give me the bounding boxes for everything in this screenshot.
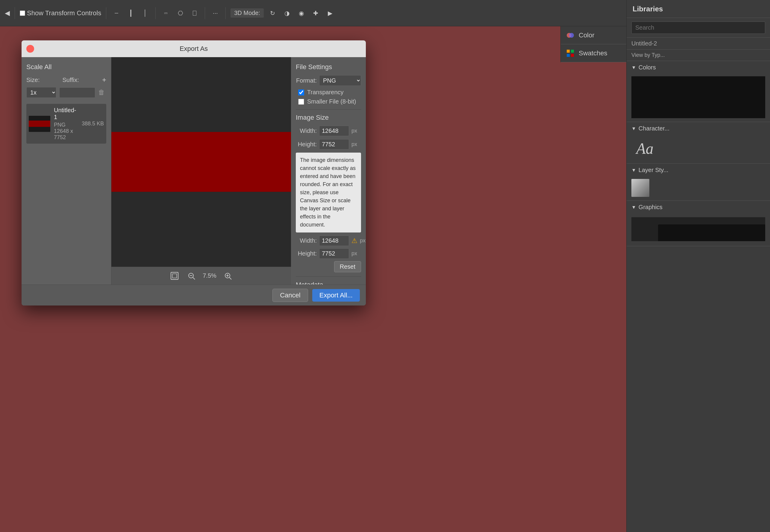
width-label: Width: — [296, 127, 317, 134]
width-input[interactable] — [319, 126, 349, 136]
smaller-file-checkbox[interactable] — [298, 99, 304, 105]
export-dialog: Export As Scale All Size: Suffix: + 1x 0… — [22, 40, 366, 305]
distribute-top-icon[interactable]: ⎓ — [160, 8, 171, 19]
swatches-panel-row[interactable]: Swatches — [561, 44, 626, 62]
swatches-panel-label: Swatches — [579, 49, 607, 57]
scale-all-label: Scale All — [26, 63, 106, 71]
graphics-section: ▼ Graphics — [627, 201, 770, 246]
character-section-header[interactable]: ▼ Character... — [627, 122, 770, 135]
right-panel: Libraries Untitled-2 View by Typ... ▼ Co… — [626, 0, 770, 532]
right-panel-search-area — [627, 18, 770, 38]
3d-mode-label: 3D Mode: — [230, 8, 264, 18]
dialog-title: Export As — [180, 45, 208, 53]
colors-label: Colors — [639, 64, 656, 71]
height-warn-row: Height: px — [296, 248, 361, 259]
suffix-label: Suffix: — [62, 77, 79, 83]
format-select[interactable]: PNG JPG GIF SVG WebP — [319, 75, 361, 86]
file-name: Untitled-1 — [54, 107, 78, 121]
transparency-label: Transparency — [307, 89, 344, 96]
character-section: ▼ Character... Aa — [627, 122, 770, 164]
cancel-button[interactable]: Cancel — [272, 289, 308, 302]
svg-rect-6 — [171, 272, 178, 279]
transform-controls-toggle[interactable]: Show Transform Controls — [20, 9, 101, 17]
size-suffix-row: Size: Suffix: + — [26, 76, 106, 84]
align-center-icon[interactable]: ┃ — [125, 8, 136, 19]
character-preview: Aa — [631, 137, 765, 160]
fit-to-screen-button[interactable] — [169, 270, 180, 281]
svg-rect-7 — [172, 274, 177, 278]
tools-arrow[interactable]: ◀ — [5, 9, 10, 17]
search-input[interactable] — [631, 22, 765, 34]
svg-rect-4 — [567, 54, 570, 57]
delete-scale-button[interactable]: 🗑 — [98, 89, 105, 96]
width-warn-row: Width: ⚠ px — [296, 235, 361, 246]
mini-panel: Color Swatches — [561, 26, 626, 62]
distribute-bot-icon[interactable]: ⎕ — [189, 8, 200, 19]
metadata-title: Metadata — [296, 281, 361, 285]
height-row: Height: px — [296, 139, 361, 150]
layer-styles-header[interactable]: ▼ Layer Sty... — [627, 164, 770, 177]
zoom-in-button[interactable] — [222, 270, 233, 281]
height-input[interactable] — [319, 139, 349, 150]
more-options-icon[interactable]: ··· — [210, 8, 221, 19]
swatches-icon — [566, 48, 575, 58]
suffix-input[interactable] — [59, 87, 95, 98]
svg-rect-5 — [571, 54, 574, 57]
layer-styles-label: Layer Sty... — [639, 167, 669, 174]
graphics-preview — [631, 217, 765, 241]
move-icon[interactable]: ✚ — [310, 8, 321, 19]
svg-line-10 — [193, 277, 195, 279]
history-icon[interactable]: ◑ — [282, 8, 292, 19]
graphics-section-header[interactable]: ▼ Graphics — [627, 201, 770, 214]
colors-section-header[interactable]: ▼ Colors — [627, 61, 770, 74]
zoom-percentage: 7.5% — [203, 272, 216, 279]
width-warn-input[interactable] — [319, 235, 349, 246]
dialog-left-panel: Scale All Size: Suffix: + 1x 0.5x 1.5x 2… — [22, 57, 111, 285]
right-panel-header: Libraries — [627, 0, 770, 18]
align-left-icon[interactable]: ┄ — [111, 8, 122, 19]
add-scale-button[interactable]: + — [102, 76, 106, 84]
layer-style-preview — [631, 179, 649, 197]
colors-section: ▼ Colors — [627, 61, 770, 122]
preview-red-mid — [111, 132, 291, 192]
dialog-body: Scale All Size: Suffix: + 1x 0.5x 1.5x 2… — [22, 57, 366, 285]
image-size-title: Image Size — [296, 114, 361, 121]
transform-controls-checkbox[interactable] — [20, 10, 25, 16]
width-warn-label: Width: — [296, 237, 317, 244]
divider-2 — [296, 276, 361, 277]
svg-line-14 — [229, 277, 231, 279]
close-button[interactable] — [26, 45, 34, 53]
format-row: Format: PNG JPG GIF SVG WebP — [296, 75, 361, 86]
transform-controls-label: Show Transform Controls — [27, 9, 101, 17]
distribute-mid-icon[interactable]: ⎔ — [175, 8, 186, 19]
spin-icon[interactable]: ◉ — [296, 8, 307, 19]
smaller-file-row: Smaller File (8-bit) — [296, 98, 361, 105]
transparency-row: Transparency — [296, 89, 361, 96]
dialog-preview: 7.5% — [111, 57, 291, 285]
color-swatch-black — [631, 76, 765, 118]
video-icon[interactable]: ▶ — [325, 8, 335, 19]
view-by-label[interactable]: View by Typ... — [627, 50, 770, 61]
file-list-item[interactable]: Untitled-1 PNG 12648 x 7752 388.5 KB — [26, 104, 106, 144]
preview-dark-top — [111, 57, 291, 132]
preview-toolbar: 7.5% — [111, 267, 291, 285]
color-panel-row[interactable]: Color — [561, 26, 626, 44]
graphics-content — [627, 214, 770, 246]
sep-3 — [155, 7, 156, 19]
rotate-icon[interactable]: ↻ — [267, 8, 278, 19]
height-warn-label: Height: — [296, 250, 317, 257]
height-warn-input[interactable] — [319, 248, 349, 259]
file-meta: PNG 12648 x 7752 — [54, 122, 78, 141]
zoom-out-button[interactable] — [186, 270, 197, 281]
reset-button[interactable]: Reset — [334, 261, 361, 272]
dialog-settings-panel: File Settings Format: PNG JPG GIF SVG We… — [291, 57, 366, 285]
export-all-button[interactable]: Export All... — [312, 289, 360, 302]
height-label: Height: — [296, 141, 317, 148]
size-select[interactable]: 1x 0.5x 1.5x 2x 3x — [26, 87, 56, 98]
svg-rect-2 — [567, 50, 570, 53]
transparency-checkbox[interactable] — [298, 89, 304, 95]
svg-point-1 — [569, 33, 574, 38]
align-right-icon[interactable]: │ — [140, 8, 151, 19]
smaller-file-label: Smaller File (8-bit) — [307, 98, 356, 105]
graphics-label: Graphics — [639, 204, 663, 211]
